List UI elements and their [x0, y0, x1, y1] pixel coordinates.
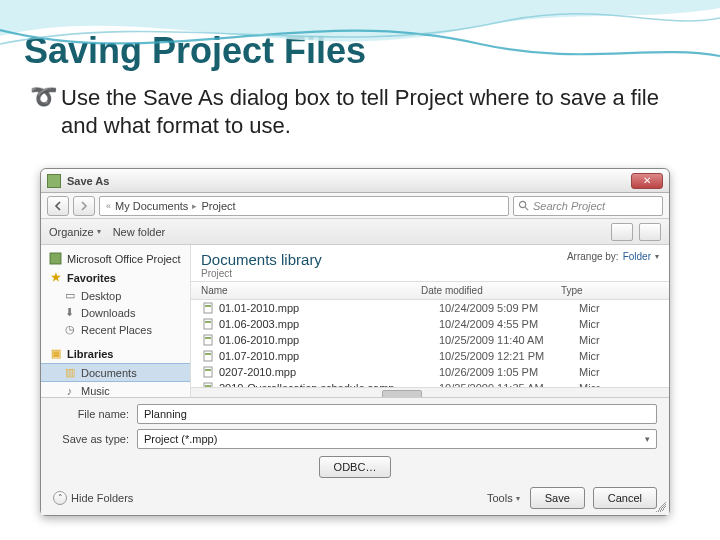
sidebar-item-desktop[interactable]: ▭Desktop — [41, 287, 190, 304]
file-row[interactable]: 01.07-2010.mpp10/25/2009 12:21 PMMicr — [191, 348, 669, 364]
project-file-icon — [201, 302, 215, 315]
svg-line-1 — [525, 207, 528, 210]
project-file-icon — [201, 334, 215, 347]
hide-folders-button[interactable]: ˄ Hide Folders — [53, 491, 133, 505]
resize-grip[interactable] — [656, 502, 666, 512]
sidebar: Microsoft Office Project ★ Favorites ▭De… — [41, 245, 191, 397]
sidebar-item-downloads[interactable]: ⬇Downloads — [41, 304, 190, 321]
bullet-text: Use the Save As dialog box to tell Proje… — [61, 84, 690, 139]
nav-bar: « My Documents ▸ Project Search Project — [41, 193, 669, 219]
chevron-down-icon: ▾ — [97, 227, 101, 236]
filename-input[interactable]: Planning — [137, 404, 657, 424]
breadcrumb-seg[interactable]: My Documents — [115, 200, 188, 212]
breadcrumb-seg[interactable]: Project — [201, 200, 235, 212]
back-button[interactable] — [47, 196, 69, 216]
chevron-up-icon: ˄ — [53, 491, 67, 505]
file-row[interactable]: 2010-Overallocation schedule samp…10/25/… — [191, 380, 669, 387]
project-file-icon — [201, 366, 215, 379]
search-placeholder: Search Project — [533, 200, 605, 212]
saveastype-label: Save as type: — [53, 433, 129, 445]
titlebar: Save As ✕ — [41, 169, 669, 193]
file-row[interactable]: 01.06-2003.mpp10/24/2009 4:55 PMMicr — [191, 316, 669, 332]
svg-rect-4 — [205, 305, 211, 307]
file-row[interactable]: 0207-2010.mpp10/26/2009 1:05 PMMicr — [191, 364, 669, 380]
slide-bullet: ➰ Use the Save As dialog box to tell Pro… — [0, 72, 720, 139]
close-button[interactable]: ✕ — [631, 173, 663, 189]
tools-button[interactable]: Tools▾ — [487, 492, 520, 504]
filename-label: File name: — [53, 408, 129, 420]
project-file-icon — [201, 350, 215, 363]
help-button[interactable] — [639, 223, 661, 241]
svg-rect-12 — [205, 369, 211, 371]
svg-rect-7 — [204, 335, 212, 345]
col-type: Type — [561, 285, 659, 296]
star-icon: ★ — [49, 271, 62, 284]
svg-rect-8 — [205, 337, 211, 339]
app-icon — [47, 174, 61, 188]
project-file-icon — [201, 318, 215, 331]
search-input[interactable]: Search Project — [513, 196, 663, 216]
dialog-title: Save As — [67, 175, 631, 187]
sidebar-item-app[interactable]: Microsoft Office Project — [41, 249, 190, 268]
search-icon — [518, 200, 529, 211]
column-headers[interactable]: Name Date modified Type — [191, 281, 669, 300]
svg-rect-11 — [204, 367, 212, 377]
download-icon: ⬇ — [63, 306, 76, 319]
forward-button[interactable] — [73, 196, 95, 216]
save-as-dialog: Save As ✕ « My Documents ▸ Project Searc… — [40, 168, 670, 516]
music-icon: ♪ — [63, 384, 76, 397]
chevron-left-icon: « — [106, 201, 111, 211]
sidebar-item-documents[interactable]: ▥Documents — [41, 363, 190, 382]
sidebar-group-favorites[interactable]: ★ Favorites — [41, 268, 190, 287]
cancel-button[interactable]: Cancel — [593, 487, 657, 509]
save-button[interactable]: Save — [530, 487, 585, 509]
file-row[interactable]: 01.01-2010.mpp10/24/2009 5:09 PMMicr — [191, 300, 669, 316]
new-folder-button[interactable]: New folder — [113, 226, 166, 238]
library-subtitle: Project — [201, 268, 322, 279]
sidebar-group-libraries[interactable]: ▣ Libraries — [41, 344, 190, 363]
svg-rect-10 — [205, 353, 211, 355]
col-date: Date modified — [421, 285, 561, 296]
library-title: Documents library — [201, 251, 322, 268]
svg-rect-9 — [204, 351, 212, 361]
library-icon: ▣ — [49, 347, 62, 360]
breadcrumb[interactable]: « My Documents ▸ Project — [99, 196, 509, 216]
horizontal-scrollbar[interactable] — [191, 387, 669, 397]
col-name: Name — [201, 285, 421, 296]
view-mode-button[interactable] — [611, 223, 633, 241]
sidebar-item-recent[interactable]: ◷Recent Places — [41, 321, 190, 338]
chevron-down-icon: ▾ — [516, 494, 520, 503]
file-row[interactable]: 01.06-2010.mpp10/25/2009 11:40 AMMicr — [191, 332, 669, 348]
bullet-icon: ➰ — [30, 84, 57, 110]
chevron-down-icon: ▾ — [655, 252, 659, 261]
organize-button[interactable]: Organize▾ — [49, 226, 101, 238]
svg-rect-3 — [204, 303, 212, 313]
chevron-down-icon: ▾ — [645, 434, 650, 444]
sidebar-item-music[interactable]: ♪Music — [41, 382, 190, 397]
project-icon — [49, 252, 62, 265]
chevron-icon: ▸ — [192, 201, 197, 211]
arrange-by[interactable]: Arrange by: Folder ▾ — [567, 251, 659, 262]
file-list: Documents library Project Arrange by: Fo… — [191, 245, 669, 397]
slide-title: Saving Project Files — [0, 0, 720, 72]
desktop-icon: ▭ — [63, 289, 76, 302]
svg-point-0 — [519, 201, 525, 207]
odbc-button[interactable]: ODBC… — [319, 456, 392, 478]
toolbar: Organize▾ New folder — [41, 219, 669, 245]
svg-rect-5 — [204, 319, 212, 329]
recent-icon: ◷ — [63, 323, 76, 336]
saveastype-select[interactable]: Project (*.mpp) ▾ — [137, 429, 657, 449]
svg-rect-2 — [50, 253, 61, 264]
svg-rect-6 — [205, 321, 211, 323]
folder-icon: ▥ — [63, 366, 76, 379]
